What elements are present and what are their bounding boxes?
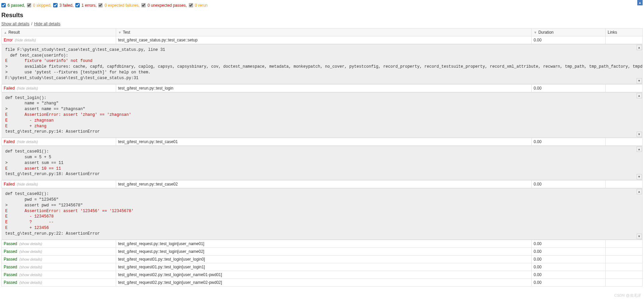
hide-all-details-link[interactable]: Hide all details <box>34 22 60 26</box>
filter-expected: 0 expected failures, <box>98 3 139 8</box>
header-result[interactable]: ▲Result <box>2 28 116 36</box>
filter-errors: 1 errors, <box>75 3 97 8</box>
test-cell: test_g/test_request01.py::test_login[use… <box>116 263 532 271</box>
links-cell <box>606 138 643 146</box>
scroll-down-icon[interactable]: ▼ <box>637 174 642 179</box>
toggle-details-link[interactable]: (show details) <box>19 257 42 261</box>
duration-cell: 0.00 <box>532 180 606 188</box>
filter-unexpected-label: 0 unexpected passes, <box>148 3 187 8</box>
links-cell <box>606 263 643 271</box>
filter-failed-checkbox[interactable] <box>53 3 58 7</box>
status-text: Passed <box>4 280 17 285</box>
filter-failed-label: 3 failed, <box>60 3 74 8</box>
duration-cell: 0.00 <box>532 84 606 92</box>
status-text: Passed <box>4 241 17 246</box>
test-cell: test_g/test_request02.py::test_login[use… <box>116 278 532 286</box>
links-cell <box>606 255 643 263</box>
links-cell <box>606 278 643 286</box>
filter-rerun: 0 rerun <box>189 3 208 8</box>
toggle-details-link[interactable]: (show details) <box>19 273 42 277</box>
links-cell <box>606 36 643 44</box>
toggle-details-link[interactable]: (show details) <box>19 280 42 285</box>
results-heading: Results <box>1 12 643 19</box>
toggle-details-link[interactable]: (show details) <box>19 265 42 269</box>
result-cell: Failed (hide details) <box>2 138 116 146</box>
header-test[interactable]: ▼Test <box>116 28 532 36</box>
toggle-details-link[interactable]: (show details) <box>19 242 42 246</box>
duration-cell: 0.00 <box>532 255 606 263</box>
details-panel: def test_case02(): pwd = "123456"> asser… <box>2 188 643 239</box>
test-cell: test_g/test_request02.py::test_login[use… <box>116 271 532 278</box>
scroll-up-icon[interactable]: ▲ <box>637 93 642 98</box>
toggle-details-link[interactable]: (show details) <box>19 249 42 254</box>
status-text: Failed <box>4 139 15 144</box>
links-cell <box>606 240 643 247</box>
toggle-details-link[interactable]: (hide details) <box>15 38 36 42</box>
toggle-details-link[interactable]: (hide details) <box>17 140 38 144</box>
scroll-up-icon[interactable]: ▲ <box>637 189 642 194</box>
result-cell: Passed (show details) <box>2 247 116 255</box>
scroll-up-icon[interactable]: ▲ <box>637 45 642 50</box>
result-cell: Failed (hide details) <box>2 84 116 92</box>
filter-passed-label: 6 passed, <box>7 3 25 8</box>
scroll-down-icon[interactable]: ▼ <box>637 234 642 239</box>
status-text: Failed <box>4 86 15 91</box>
details-row: def test_case01(): sum = 5 + 5> assert s… <box>2 146 643 180</box>
test-cell: test_g/test_rerun.py::test_login <box>116 84 532 92</box>
links-cell <box>606 271 643 278</box>
log-output: def test_case01(): sum = 5 + 5> assert s… <box>2 146 642 180</box>
details-links: Show all details / Hide all details <box>1 22 643 26</box>
filter-unexpected-checkbox[interactable] <box>141 3 146 7</box>
log-output: def test_case02(): pwd = "123456"> asser… <box>2 189 642 239</box>
toggle-details-link[interactable]: (hide details) <box>17 182 38 186</box>
duration-cell: 0.00 <box>532 247 606 255</box>
filter-unexpected: 0 unexpected passes, <box>141 3 187 8</box>
status-text: Failed <box>4 182 15 187</box>
result-cell: Passed (show details) <box>2 278 116 286</box>
result-cell: Error (hide details) <box>2 36 116 44</box>
table-row: Passed (show details)test_g/test_request… <box>2 263 643 271</box>
results-table: ▲Result ▼Test ▼Duration Links Error (hid… <box>1 28 643 287</box>
filter-skipped-checkbox[interactable] <box>27 3 31 7</box>
table-row: Failed (hide details)test_g/test_rerun.p… <box>2 138 643 146</box>
details-row: def test_login(): name = "zhang"> assert… <box>2 92 643 138</box>
table-row: Failed (hide details)test_g/test_rerun.p… <box>2 84 643 92</box>
details-panel: file F:\pytest_study\test_case\test_g\te… <box>2 44 643 84</box>
filter-failed: 3 failed, <box>53 3 73 8</box>
links-cell <box>606 84 643 92</box>
sort-desc-icon: ▼ <box>118 31 121 34</box>
filter-passed-checkbox[interactable] <box>1 3 6 7</box>
scroll-top-button[interactable]: ▲ <box>637 0 643 5</box>
log-output: def test_login(): name = "zhang"> assert… <box>2 93 642 138</box>
duration-cell: 0.00 <box>532 263 606 271</box>
filter-rerun-checkbox[interactable] <box>189 3 193 7</box>
duration-cell: 0.00 <box>532 240 606 247</box>
result-cell: Passed (show details) <box>2 240 116 247</box>
table-header-row: ▲Result ▼Test ▼Duration Links <box>2 28 643 36</box>
test-cell: test_g/test_request01.py::test_login[use… <box>116 255 532 263</box>
links-cell <box>606 180 643 188</box>
filter-skipped-label: 0 skipped, <box>33 3 51 8</box>
scroll-down-icon[interactable]: ▼ <box>637 132 642 137</box>
filter-errors-checkbox[interactable] <box>75 3 80 7</box>
test-cell: test_g/test_request.py::test_login[user_… <box>116 247 532 255</box>
toggle-details-link[interactable]: (hide details) <box>17 86 38 90</box>
details-panel: def test_login(): name = "zhang"> assert… <box>2 92 643 138</box>
filter-bar: 6 passed, 0 skipped, 3 failed, 1 errors,… <box>1 1 643 9</box>
table-row: Passed (show details)test_g/test_request… <box>2 278 643 286</box>
scroll-up-icon[interactable]: ▲ <box>637 146 642 152</box>
filter-rerun-label: 0 rerun <box>195 3 208 8</box>
filter-skipped: 0 skipped, <box>27 3 51 8</box>
test-cell: test_g/test_rerun.py::test_case01 <box>116 138 532 146</box>
show-all-details-link[interactable]: Show all details <box>1 22 29 26</box>
header-links[interactable]: Links <box>606 28 643 36</box>
filter-expected-checkbox[interactable] <box>98 3 103 7</box>
header-duration[interactable]: ▼Duration <box>532 28 606 36</box>
filter-errors-label: 1 errors, <box>81 3 97 8</box>
separator: / <box>31 22 32 26</box>
details-row: def test_case02(): pwd = "123456"> asser… <box>2 188 643 240</box>
test-cell: test_g/test_request.py::test_login[user_… <box>116 240 532 247</box>
result-cell: Passed (show details) <box>2 271 116 278</box>
test-cell: test_g/test_rerun.py::test_case02 <box>116 180 532 188</box>
scroll-down-icon[interactable]: ▼ <box>637 78 642 84</box>
